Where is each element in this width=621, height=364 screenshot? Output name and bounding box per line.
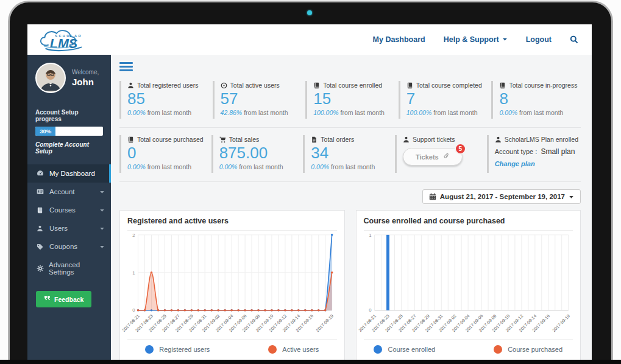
chevron-down-icon [99, 226, 105, 231]
top-nav-links: My Dashboard Help & Support Logout [373, 35, 578, 44]
stat-label: Total orders [321, 136, 354, 143]
sidebar-item-courses[interactable]: Courses [27, 201, 111, 219]
chevron-down-icon [502, 35, 508, 44]
screen: SCHOLAR LMS My Dashboard Help & Support … [27, 24, 592, 364]
stat-card: Total course in-progress 8 0.00% from la… [491, 81, 581, 119]
legend-dot [145, 345, 154, 354]
charts-row: Registered and active users 0122017-08-2… [119, 210, 581, 364]
stat-label: Total course purchased [137, 136, 204, 143]
legend-dot [374, 345, 382, 354]
page: SCHOLAR LMS My Dashboard Help & Support … [0, 0, 621, 364]
account-type-line: Account type : Small plan [495, 147, 578, 156]
username: John [72, 77, 99, 87]
stat-change: 0.00% from last month [127, 163, 205, 170]
date-range-picker[interactable]: August 21, 2017 - September 19, 2017 [422, 189, 581, 204]
stat-card: Total course enrolled 15 100.00% from la… [305, 81, 395, 119]
book-icon [313, 82, 320, 89]
stat-card: Total course completed 7 100.00% from la… [399, 81, 488, 119]
account-setup-block: Account Setup progress 30% Complete Acco… [27, 99, 111, 155]
stat-change: 100.00% from last month [313, 109, 392, 116]
legend-dot [494, 345, 502, 354]
stat-card: Total active users 57 42.86% from last m… [213, 81, 302, 119]
account-type-value: Small plan [541, 147, 575, 156]
feedback-button[interactable]: Feedback [36, 291, 91, 307]
stat-label: Total course in-progress [509, 82, 577, 89]
caret-down-icon [569, 194, 574, 200]
users-chart[interactable]: 0122017-08-212017-08-232017-08-252017-08… [127, 231, 337, 337]
sidebar-item-my-dashboard[interactable]: My Dashboard [27, 164, 111, 183]
book-icon [406, 82, 413, 89]
sidebar-item-label: Courses [49, 206, 76, 214]
hamburger-menu-icon[interactable] [119, 62, 133, 71]
legend-item[interactable]: Active users [268, 345, 319, 354]
setup-progress-bar[interactable]: 30% [35, 127, 103, 136]
change-plan-link[interactable]: Change plan [495, 160, 535, 167]
legend-label: Active users [282, 346, 319, 353]
avatar[interactable] [35, 63, 66, 93]
stat-label: Total active users [230, 82, 280, 89]
sidebar-item-advanced-settings[interactable]: Advanced Settings [27, 256, 111, 281]
stats-row-1: Total registered users 85 0.00% from las… [119, 81, 581, 119]
plan-card: ScholarLMS Plan enrolled Account type : … [487, 135, 581, 173]
quote-icon [44, 295, 51, 303]
idcard-icon [37, 188, 44, 195]
sidebar-item-users[interactable]: Users [27, 219, 111, 237]
stat-value: 15 [313, 90, 392, 108]
svg-text:2: 2 [132, 233, 135, 238]
sidebar-item-label: Users [49, 225, 68, 232]
profile-block: Welcome, John [27, 55, 111, 99]
legend-dot [268, 345, 277, 354]
chart-panel-users: Registered and active users 0122017-08-2… [119, 210, 345, 364]
stat-value: 57 [221, 90, 300, 108]
tickets-button[interactable]: Tickets 5 [403, 148, 463, 166]
complete-setup-link[interactable]: Complete Account Setup [35, 141, 103, 155]
app-logo[interactable]: SCHOLAR LMS [38, 27, 93, 53]
date-filter-row: August 21, 2017 - September 19, 2017 [119, 189, 581, 204]
book-icon [37, 207, 44, 214]
person-icon [495, 136, 502, 143]
nav-logout[interactable]: Logout [526, 35, 552, 44]
chart-title: Course enrolled and course purchased [364, 217, 573, 231]
courses-chart[interactable]: 012017-08-212017-08-232017-08-252017-08-… [364, 231, 573, 337]
support-label: Support tickets [413, 136, 455, 143]
stat-value: 7 [406, 90, 486, 108]
stat-change: 0.00% from last month [127, 109, 207, 116]
legend-label: Course enrolled [388, 346, 435, 353]
dashboard-icon [37, 170, 44, 177]
sidebar-item-coupons[interactable]: Coupons [27, 237, 111, 256]
nav-help-support[interactable]: Help & Support [444, 35, 508, 44]
progress-label: Account Setup progress [35, 109, 103, 122]
stats-row-2: Total course purchased 0 0.00% from last… [119, 135, 581, 173]
sidebar-item-account[interactable]: Account [27, 183, 111, 201]
user-icon [127, 82, 134, 89]
stat-label: Total course completed [416, 82, 482, 89]
divider [119, 181, 581, 182]
legend-item[interactable]: Registered users [145, 345, 210, 354]
stat-value: 85 [127, 90, 207, 108]
person-icon [403, 136, 410, 143]
search-icon[interactable] [570, 35, 578, 44]
calendar-icon [429, 193, 436, 200]
legend-item[interactable]: Course enrolled [374, 345, 435, 354]
legend-item[interactable]: Course purchased [494, 345, 562, 354]
stat-value: 875.00 [219, 144, 297, 163]
stat-change: 42.86% from last month [221, 109, 300, 116]
svg-text:1: 1 [369, 233, 371, 238]
chevron-down-icon [99, 189, 105, 195]
clock-icon [221, 82, 227, 89]
sidebar-item-label: Coupons [49, 243, 77, 250]
chevron-down-icon [99, 244, 105, 250]
stat-change: 0.00% from last month [311, 163, 389, 170]
date-range-text: August 21, 2017 - September 19, 2017 [440, 193, 565, 200]
tag-icon [37, 243, 44, 250]
sidebar-item-label: Account [49, 188, 75, 195]
nav-my-dashboard[interactable]: My Dashboard [373, 35, 425, 44]
file-icon [311, 136, 318, 143]
stat-card: Total sales 875.00 0.00% from last month [211, 135, 300, 173]
user-icon [37, 225, 44, 232]
main-content: Total registered users 85 0.00% from las… [111, 55, 592, 364]
cart-icon [219, 136, 226, 143]
stat-change: 100.00% from last month [406, 109, 486, 116]
svg-text:2017-09-19: 2017-09-19 [315, 313, 335, 333]
top-navbar: SCHOLAR LMS My Dashboard Help & Support … [27, 24, 592, 55]
